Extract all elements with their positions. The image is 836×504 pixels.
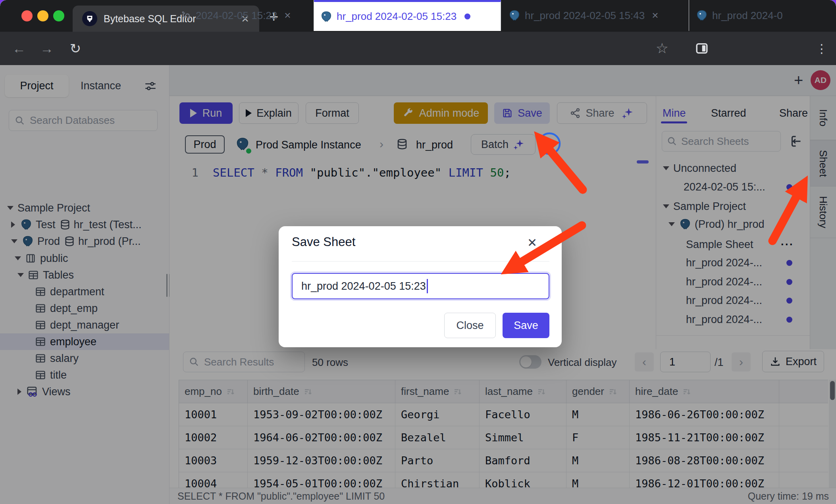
bytebase-favicon — [82, 11, 97, 26]
sheet-name-value: hr_prod 2024-02-05 15:23 — [301, 280, 426, 292]
back-icon[interactable]: ← — [10, 32, 29, 65]
sheet-tab-label: 2024-02-05 15:22 — [196, 10, 277, 22]
save-button-label: Save — [514, 319, 538, 332]
close-icon[interactable]: × — [284, 9, 291, 22]
close-glyph: ✕ — [527, 236, 537, 249]
unlink-icon — [181, 10, 192, 21]
maximize-window-button[interactable] — [53, 10, 64, 21]
sheet-name-input[interactable]: hr_prod 2024-02-05 15:23 — [292, 273, 549, 299]
postgres-icon — [320, 10, 333, 23]
sheet-tab-label: hr_prod 2024-02-05 15:23 — [337, 10, 457, 23]
browser-navbar: ← → ↻ i localhost:8080/sql-editor/prod-s… — [0, 32, 836, 65]
reload-icon[interactable]: ↻ — [66, 32, 85, 65]
dialog-close-button[interactable]: Close — [444, 313, 496, 338]
dialog-title-text: Save Sheet — [292, 235, 355, 249]
postgres-icon — [695, 9, 708, 22]
bookmark-star-icon[interactable]: ☆ — [653, 32, 672, 65]
browser-menu-icon[interactable]: ⋮ — [812, 32, 831, 65]
text-cursor — [427, 279, 428, 293]
sheet-tab-2-active[interactable]: hr_prod 2024-02-05 15:23 — [314, 0, 501, 31]
sheet-tab-3[interactable]: hr_prod 2024-02-05 15:43 × — [501, 0, 689, 31]
save-sheet-dialog: Save Sheet ✕ hr_prod 2024-02-05 15:23 Cl… — [279, 226, 562, 347]
minimize-window-button[interactable] — [37, 10, 48, 21]
close-window-button[interactable] — [21, 10, 33, 21]
sheet-tab-1[interactable]: 2024-02-05 15:22 × — [175, 0, 314, 31]
dialog-title: Save Sheet — [292, 235, 355, 249]
close-button-label: Close — [456, 319, 483, 332]
forward-icon[interactable]: → — [37, 32, 56, 65]
dialog-divider — [292, 261, 549, 262]
dialog-save-button[interactable]: Save — [503, 313, 549, 338]
sheet-tab-4[interactable]: hr_prod 2024-0 — [689, 0, 789, 31]
sheet-tab-label: hr_prod 2024-0 — [712, 10, 783, 22]
close-icon[interactable]: × — [652, 9, 658, 22]
sheet-tab-label: hr_prod 2024-02-05 15:43 — [525, 10, 645, 22]
unsaved-dot — [464, 13, 470, 19]
side-panel-icon[interactable] — [692, 32, 712, 65]
postgres-icon — [508, 9, 521, 22]
browser-window: Bytebase SQL Editor × + ← → ↻ i localhos… — [0, 0, 836, 504]
dialog-close-icon[interactable]: ✕ — [527, 236, 537, 250]
